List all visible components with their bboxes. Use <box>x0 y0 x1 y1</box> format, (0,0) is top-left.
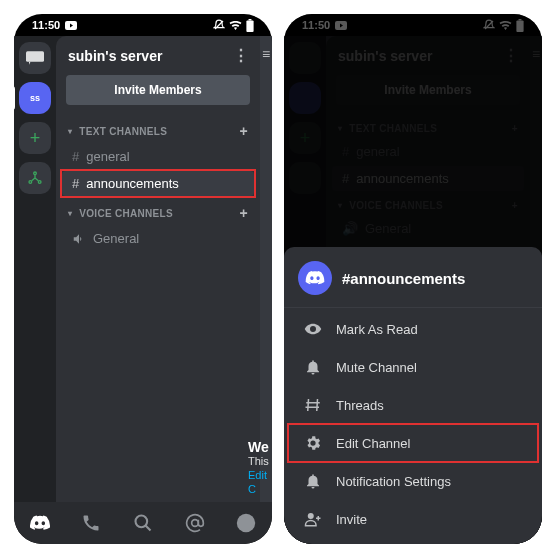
svg-point-11 <box>237 514 255 532</box>
dm-button[interactable] <box>19 42 51 74</box>
notification-settings-item[interactable]: Notification Settings <box>288 462 538 500</box>
channel-panel: subin's server ⋮ Invite Members ▾TEXT CH… <box>56 36 260 502</box>
chevron-down-icon: ▾ <box>68 127 72 136</box>
add-channel-icon[interactable]: + <box>240 205 248 221</box>
threads-item[interactable]: Threads <box>288 386 538 424</box>
chevron-down-icon: ▾ <box>68 209 72 218</box>
add-channel-icon[interactable]: + <box>240 123 248 139</box>
phone-right: 11:50 + subin's server⋮ Invite Members ▾… <box>284 14 542 544</box>
bell-icon <box>304 358 322 376</box>
gear-icon <box>304 434 322 452</box>
welcome-link[interactable]: Edit C <box>248 468 272 496</box>
threads-icon <box>304 396 322 414</box>
svg-rect-4 <box>26 51 44 62</box>
edit-channel-item[interactable]: Edit Channel <box>288 424 538 462</box>
content-peek[interactable]: ≡ <box>260 36 272 502</box>
discord-tab-icon[interactable] <box>30 513 50 533</box>
server-menu-icon[interactable]: ⋮ <box>233 46 250 65</box>
svg-point-16 <box>308 513 314 519</box>
user-plus-icon <box>304 510 322 528</box>
hash-icon: # <box>72 176 79 191</box>
status-bar: 11:50 <box>14 14 272 36</box>
channel-announcements[interactable]: # announcements <box>62 171 254 196</box>
hash-icon: # <box>72 149 79 164</box>
channel-general-voice[interactable]: General <box>62 226 254 251</box>
voice-channels-category[interactable]: ▾VOICE CHANNELS + <box>56 197 260 225</box>
mark-as-read-item[interactable]: Mark As Read <box>288 310 538 348</box>
svg-point-6 <box>29 181 32 184</box>
bottom-tab-bar <box>14 502 272 544</box>
item-label: Invite <box>336 512 367 527</box>
channel-label: announcements <box>86 176 179 191</box>
tutorial-highlight <box>287 423 539 463</box>
mute-channel-item[interactable]: Mute Channel <box>288 348 538 386</box>
discord-logo-icon <box>298 261 332 295</box>
sheet-header: #announcements <box>284 247 542 305</box>
sheet-title: #announcements <box>342 270 465 287</box>
channel-action-sheet: #announcements Mark As Read Mute Channel… <box>284 247 542 544</box>
battery-icon <box>246 19 254 32</box>
profile-tab-icon[interactable] <box>236 513 256 533</box>
wifi-icon <box>229 20 242 30</box>
phone-left: 11:50 ss + <box>14 14 272 544</box>
speaker-icon <box>72 232 86 246</box>
category-label: TEXT CHANNELS <box>79 126 167 137</box>
svg-rect-3 <box>249 19 252 20</box>
channel-general-text[interactable]: # general <box>62 144 254 169</box>
server-initials: ss <box>30 93 40 103</box>
divider <box>284 307 542 308</box>
eye-icon <box>304 320 322 338</box>
svg-point-5 <box>34 172 37 175</box>
item-label: Edit Channel <box>336 436 410 451</box>
server-header[interactable]: subin's server ⋮ <box>56 36 260 71</box>
svg-rect-2 <box>246 20 253 32</box>
welcome-title: We <box>248 440 272 454</box>
server-avatar-selected[interactable]: ss <box>19 82 51 114</box>
clock: 11:50 <box>32 19 60 31</box>
svg-point-10 <box>191 520 198 527</box>
item-label: Threads <box>336 398 384 413</box>
svg-point-7 <box>38 181 41 184</box>
svg-point-8 <box>135 516 147 528</box>
mentions-tab-icon[interactable] <box>185 513 205 533</box>
text-channels-category[interactable]: ▾TEXT CHANNELS + <box>56 115 260 143</box>
dnd-icon <box>213 19 225 31</box>
invite-item[interactable]: Invite <box>288 500 538 538</box>
bell-icon <box>304 472 322 490</box>
search-tab-icon[interactable] <box>133 513 153 533</box>
category-label: VOICE CHANNELS <box>79 208 173 219</box>
svg-line-9 <box>145 526 150 531</box>
youtube-icon <box>65 21 77 30</box>
channel-label: General <box>93 231 139 246</box>
channel-label: general <box>86 149 129 164</box>
server-rail: ss + <box>14 36 56 502</box>
invite-members-button[interactable]: Invite Members <box>66 75 250 105</box>
discord-main: ss + subin's server ⋮ Invite Members ▾TE… <box>14 36 272 502</box>
server-name: subin's server <box>68 48 162 64</box>
item-label: Mute Channel <box>336 360 417 375</box>
friends-tab-icon[interactable] <box>81 513 101 533</box>
item-label: Mark As Read <box>336 322 418 337</box>
add-server-button[interactable]: + <box>19 122 51 154</box>
item-label: Notification Settings <box>336 474 451 489</box>
welcome-clip: We This Edit C <box>248 440 272 496</box>
welcome-sub: This <box>248 454 272 468</box>
invite-label: Invite Members <box>114 83 201 97</box>
hamburger-icon[interactable]: ≡ <box>262 46 270 62</box>
discover-button[interactable] <box>19 162 51 194</box>
